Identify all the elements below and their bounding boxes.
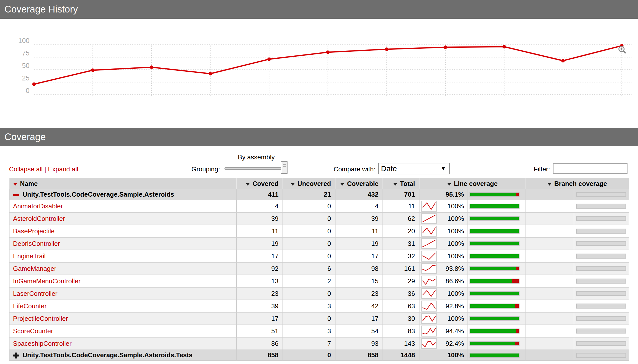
- line-coverage-bar: [469, 266, 519, 271]
- class-link[interactable]: BaseProjectile: [13, 227, 55, 235]
- chart-data-point[interactable]: [561, 59, 565, 62]
- column-header-line-coverage[interactable]: Line coverage: [419, 178, 525, 189]
- empty-bar-fill: [577, 193, 625, 196]
- line-coverage-percent: 100%: [447, 215, 464, 222]
- branch-coverage-bar-cell: [574, 189, 629, 200]
- total-cell: 161: [383, 262, 419, 275]
- empty-bar-fill: [577, 292, 625, 295]
- expand-icon[interactable]: [13, 352, 19, 358]
- class-history-sparkline: [422, 301, 436, 311]
- class-link[interactable]: SpaceshipController: [13, 340, 72, 347]
- column-header-branch-coverage[interactable]: Branch coverage: [525, 178, 629, 189]
- coverage-history-section: Coverage History 0255075100: [0, 0, 638, 125]
- class-link[interactable]: LifeCounter: [13, 302, 47, 310]
- branch-coverage-percent-cell: [525, 325, 574, 337]
- class-link[interactable]: InGameMenuController: [13, 277, 81, 285]
- line-coverage-bar: [469, 341, 519, 346]
- line-coverage-percent-wrap: 100%: [419, 213, 467, 224]
- branch-coverage-bar-cell: [574, 325, 629, 337]
- uncovered-cell: 6: [283, 262, 335, 275]
- chart-data-point[interactable]: [32, 82, 36, 86]
- class-link[interactable]: AsteroidController: [13, 215, 65, 222]
- branch-coverage-bar-cell: [574, 212, 629, 225]
- class-row: AnimatorDisabler40411100%: [9, 200, 629, 212]
- chart-data-point[interactable]: [91, 68, 95, 72]
- uncovered-bar-fill: [515, 304, 519, 308]
- line-coverage-percent-cell: 92.4%: [419, 337, 467, 350]
- chart-data-point[interactable]: [267, 58, 271, 61]
- compare-with-select[interactable]: Date ▼: [378, 163, 450, 174]
- empty-bar-fill: [577, 317, 625, 320]
- chart-data-point[interactable]: [326, 50, 330, 54]
- sort-arrow-icon: [447, 182, 451, 186]
- line-coverage-bar: [469, 328, 519, 334]
- coverage-title-bar: Coverage: [0, 128, 638, 146]
- chart-data-point[interactable]: [385, 48, 388, 51]
- line-coverage-percent-wrap: 100%: [419, 226, 467, 236]
- class-link[interactable]: AnimatorDisabler: [13, 202, 63, 210]
- class-link[interactable]: EngineTrail: [13, 252, 46, 260]
- coverable-cell: 54: [335, 325, 383, 337]
- sparkline-box: [421, 200, 437, 212]
- class-link[interactable]: ProjectileController: [13, 315, 68, 322]
- class-link[interactable]: DebrisController: [13, 240, 60, 247]
- branch-coverage-percent-cell: [525, 212, 574, 225]
- covered-cell: 11: [237, 225, 283, 237]
- covered-bar-fill: [470, 304, 515, 308]
- covered-bar-fill: [470, 342, 515, 345]
- branch-coverage-percent-cell: [525, 300, 574, 312]
- grouping-slider[interactable]: [225, 168, 288, 170]
- assembly-name: Unity.TestTools.CodeCoverage.Sample.Aste…: [23, 351, 193, 359]
- line-coverage-percent: 100%: [447, 315, 464, 322]
- branch-coverage-bar: [576, 254, 626, 258]
- column-header-name[interactable]: Name: [9, 178, 237, 189]
- covered-bar-fill: [470, 292, 519, 295]
- class-row: DebrisController1901931100%: [9, 237, 629, 250]
- chart-zoom-in-icon[interactable]: [617, 45, 627, 56]
- name-cell: BaseProjectile: [9, 225, 237, 237]
- total-cell: 83: [383, 325, 419, 337]
- column-header-covered[interactable]: Covered: [237, 178, 283, 189]
- name-cell: Unity.TestTools.CodeCoverage.Sample.Aste…: [9, 189, 237, 200]
- line-coverage-bar-cell: [467, 237, 525, 250]
- class-history-sparkline: [422, 326, 436, 336]
- line-coverage-bar-cell: [467, 262, 525, 275]
- total-cell: 63: [383, 300, 419, 312]
- line-coverage-percent-cell: 86.6%: [419, 275, 467, 287]
- branch-coverage-bar-cell: [574, 350, 629, 360]
- class-history-sparkline: [422, 226, 436, 236]
- expand-all-link[interactable]: Expand all: [48, 166, 78, 173]
- column-header-uncovered[interactable]: Uncovered: [283, 178, 335, 189]
- uncovered-cell: 0: [283, 350, 335, 360]
- branch-coverage-percent-cell: [525, 275, 574, 287]
- column-header-total[interactable]: Total: [383, 178, 419, 189]
- filter-input[interactable]: [553, 164, 627, 174]
- chart-data-point[interactable]: [444, 46, 447, 49]
- covered-bar-fill: [470, 329, 516, 333]
- collapse-icon[interactable]: [13, 194, 19, 196]
- chart-data-point[interactable]: [209, 72, 212, 76]
- class-link[interactable]: LaserController: [13, 290, 58, 297]
- collapse-all-link[interactable]: Collapse all: [9, 166, 43, 173]
- covered-bar-fill: [470, 217, 519, 220]
- line-coverage-bar: [469, 204, 519, 208]
- branch-coverage-bar-cell: [574, 250, 629, 262]
- branch-coverage-percent-cell: [525, 337, 574, 350]
- grouping-slider-thumb[interactable]: [281, 162, 288, 174]
- branch-coverage-percent-cell: [525, 189, 574, 200]
- table-header-row: Name Covered Uncovered Coverable Total L…: [9, 178, 629, 189]
- branch-coverage-bar-cell: [574, 312, 629, 325]
- compare-with-value: Date: [381, 164, 397, 173]
- line-coverage-percent-cell: 95.1%: [419, 189, 467, 200]
- coverage-title: Coverage: [5, 132, 46, 142]
- total-cell: 31: [383, 237, 419, 250]
- class-link[interactable]: ScoreCounter: [13, 327, 53, 335]
- chart-data-point[interactable]: [150, 66, 153, 69]
- empty-bar-fill: [577, 217, 625, 220]
- class-link[interactable]: GameManager: [13, 265, 56, 272]
- chart-data-point[interactable]: [502, 45, 506, 48]
- class-row: EngineTrail1701732100%: [9, 250, 629, 262]
- line-coverage-bar: [469, 192, 519, 197]
- column-header-coverable[interactable]: Coverable: [335, 178, 383, 189]
- class-row: LifeCounter393426392.8%: [9, 300, 629, 312]
